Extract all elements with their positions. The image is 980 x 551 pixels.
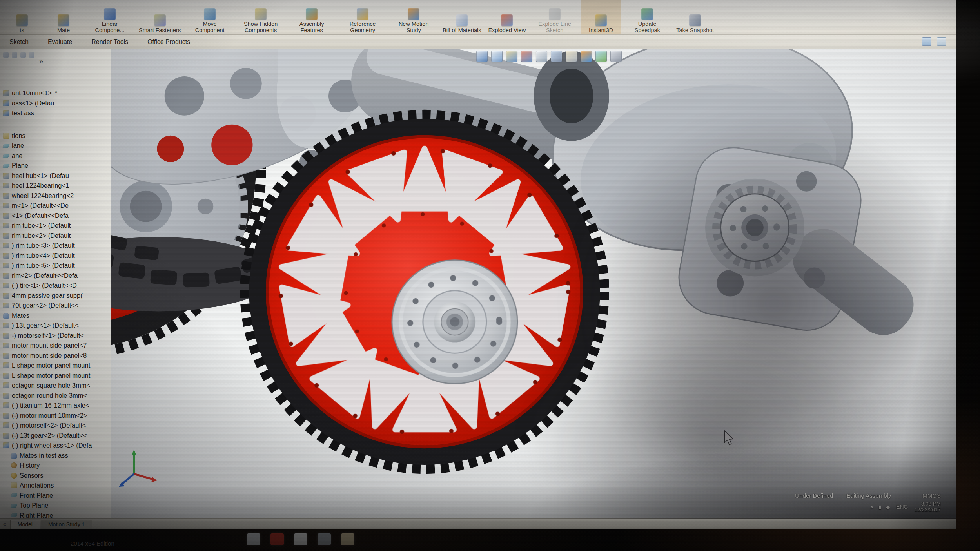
toolbar-button[interactable]: ts [2, 0, 42, 34]
tree-item[interactable]: ane [0, 151, 111, 161]
tree-item[interactable]: Sensors [0, 471, 111, 481]
tree-item[interactable]: (-) 13t gear<2> (Default<< [0, 431, 111, 441]
toolbar-button[interactable]: Instant3D [581, 0, 621, 34]
featuremanager-panel: » unt 10mm<1> ^ ass<1> (Defau [0, 49, 111, 519]
featuremanager-tree-icon[interactable] [3, 52, 9, 58]
graphics-viewport[interactable]: Under Defined Editing Assembly MMGS ∧ ▮ [111, 49, 956, 519]
tree-item[interactable]: rim<2> (Default<<Defa [0, 271, 111, 281]
tree-item[interactable]: 70t gear<2> (Default<< [0, 301, 111, 311]
toolbar-button[interactable]: Explode Line Sketch [530, 0, 580, 34]
toolbar-button[interactable]: Move Component [185, 0, 235, 34]
hide-show-items-icon[interactable] [566, 51, 577, 62]
tree-item[interactable]: octagon square hole 3mm< [0, 381, 111, 391]
tree-item[interactable]: L shape motor panel mount [0, 361, 111, 371]
section-view-icon[interactable] [521, 51, 532, 62]
toolbar-button[interactable]: Mate [43, 0, 84, 34]
tree-item[interactable]: rim tube<1> (Default [0, 221, 111, 231]
tree-item[interactable]: Top Plane [0, 500, 111, 511]
toolbar-button[interactable]: Bill of Materials [439, 0, 484, 34]
taskbar-app-icon-4[interactable] [318, 533, 331, 545]
tree-item[interactable]: octagon round hole 3mm< [0, 391, 111, 401]
tree-item[interactable]: Annotations [0, 480, 111, 491]
network-icon[interactable]: ▮ [878, 504, 881, 510]
units-selector[interactable]: MMGS [922, 492, 941, 499]
tab-model[interactable]: Model [10, 520, 40, 529]
tree-item[interactable]: Plane [0, 161, 111, 171]
tree-item[interactable]: wheel 1224bearing<2 [0, 191, 111, 201]
tree-item[interactable]: Mates [0, 311, 111, 321]
hidden-icons-chevron[interactable]: ∧ [870, 504, 874, 510]
toolbar-button[interactable]: Reference Geometry [338, 0, 388, 34]
apply-scene-icon[interactable] [595, 51, 607, 62]
tree-item[interactable]: Right Plane [0, 511, 111, 519]
toolbar-button[interactable]: Exploded View [485, 0, 529, 34]
taskbar-app-icon-3[interactable] [294, 533, 307, 545]
part-icon [3, 233, 9, 239]
restore-document-icon[interactable] [937, 37, 946, 46]
toolbar-button[interactable]: Assembly Features [287, 0, 337, 34]
tree-item[interactable]: ) 13t gear<1> (Default< [0, 321, 111, 331]
tree-item[interactable]: motor mount side panel<7 [0, 341, 111, 351]
tree-item[interactable]: Mates in test ass [0, 451, 111, 461]
tree-item[interactable]: (-) motorself<2> (Default< [0, 420, 111, 431]
tree-item[interactable] [0, 118, 111, 131]
ribbon-tab[interactable]: Office Products [138, 35, 200, 49]
part-icon [3, 173, 9, 179]
tree-item[interactable]: rim tube<2> (Default [0, 231, 111, 241]
tree-item[interactable]: History [0, 460, 111, 471]
tree-item[interactable]: <1> (Default<<Defa [0, 211, 111, 221]
toolbar-button[interactable]: Smart Fasteners [136, 0, 184, 34]
tree-item[interactable]: ass<1> (Defau [0, 98, 111, 109]
ribbon-tab[interactable]: Render Tools [82, 35, 138, 49]
tree-item[interactable]: ) rim tube<4> (Default [0, 251, 111, 261]
previous-view-icon[interactable] [506, 51, 517, 62]
minimize-document-icon[interactable] [922, 37, 931, 46]
assembly-3d-scene[interactable] [111, 49, 956, 519]
view-settings-icon[interactable] [610, 51, 622, 62]
dimxpert-icon[interactable] [29, 52, 34, 58]
ribbon-tab[interactable]: Evaluate [38, 35, 82, 49]
tab-overflow-chevron[interactable]: « [3, 521, 6, 527]
panel-expand-chevron[interactable]: » [39, 57, 44, 65]
tree-item[interactable]: lane [0, 141, 111, 151]
tree-item[interactable]: ) rim tube<5> (Default [0, 261, 111, 271]
zoom-to-fit-icon[interactable] [476, 51, 488, 62]
tree-item[interactable]: motor mount side panel<8 [0, 351, 111, 361]
tree-item[interactable]: (-) tire<1> (Default<<D [0, 281, 111, 291]
wheel-hub[interactable] [392, 260, 517, 384]
tree-item[interactable]: heel hub<1> (Defau [0, 171, 111, 181]
display-style-icon[interactable] [551, 51, 562, 62]
language-indicator[interactable]: ENG [896, 504, 908, 510]
edit-appearance-icon[interactable] [581, 51, 592, 62]
taskbar-app-icon-5[interactable] [341, 533, 354, 545]
propertymanager-icon[interactable] [12, 52, 17, 58]
toolbar-button[interactable]: Take Snapshot [673, 0, 717, 34]
tree-item[interactable]: ) rim tube<3> (Default [0, 241, 111, 251]
tree-item[interactable]: test ass [0, 108, 111, 118]
configurationmanager-icon[interactable] [20, 52, 26, 58]
zoom-to-area-icon[interactable] [491, 51, 503, 62]
tree-item[interactable]: unt 10mm<1> ^ [0, 88, 111, 98]
toolbar-button[interactable]: New Motion Study [388, 0, 439, 34]
tree-item[interactable]: (-) titanium 16-12mm axle< [0, 401, 111, 411]
taskbar-app-icon-2[interactable] [270, 533, 284, 545]
tree-item[interactable]: (-) motor mount 10mm<2> [0, 411, 111, 421]
toolbar-button[interactable]: Update Speedpak [622, 0, 672, 34]
tree-item[interactable]: tions [0, 131, 111, 141]
ribbon-tab[interactable]: Sketch [0, 35, 38, 49]
tree-item[interactable]: heel 1224bearing<1 [0, 181, 111, 191]
toolbar-button[interactable]: Linear Compone... [85, 0, 135, 34]
tree-item-collapse-arrow[interactable]: ^ [55, 90, 58, 96]
tree-item[interactable]: -) motorself<1> (Default< [0, 331, 111, 341]
tree-item[interactable]: (-) right wheel ass<1> (Defa [0, 440, 111, 451]
tab-motion-study[interactable]: Motion Study 1 [41, 520, 92, 529]
clock[interactable]: 3:08 PM 12/22/2017 [914, 501, 941, 513]
tree-item[interactable]: Front Plane [0, 491, 111, 501]
tree-item[interactable]: m<1> (Default<<De [0, 201, 111, 211]
tree-item[interactable]: L shape motor panel mount [0, 371, 111, 381]
taskbar-app-icon-1[interactable] [247, 533, 260, 545]
view-orientation-icon[interactable] [536, 51, 547, 62]
volume-icon[interactable]: ◆ [886, 504, 890, 510]
toolbar-button[interactable]: Show Hidden Components [236, 0, 286, 34]
tree-item[interactable]: 4mm passive gear supp( [0, 291, 111, 301]
